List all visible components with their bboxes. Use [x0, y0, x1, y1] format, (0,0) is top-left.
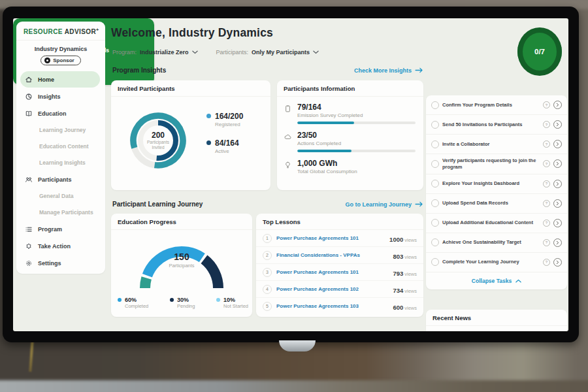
task-chevron-button[interactable] — [553, 258, 562, 267]
task-checkbox[interactable] — [431, 199, 439, 207]
task-chevron-button[interactable] — [553, 140, 562, 148]
task-row[interactable]: Confirm Your Program Details? — [426, 95, 567, 115]
sidebar-item-education-content[interactable]: Education Content — [20, 139, 100, 154]
donut-center: 200 Participants Invited — [119, 101, 197, 180]
lesson-views-suffix: views — [404, 271, 417, 277]
lesson-rank-badge: 3 — [263, 268, 272, 277]
help-icon[interactable]: ? — [543, 200, 550, 207]
task-chevron-button[interactable] — [553, 120, 562, 129]
top-lessons-card: Top Lessons 1Power Purchase Agreements 1… — [256, 214, 423, 317]
lesson-title-link[interactable]: Financial Considerations - VPPAs — [276, 252, 388, 258]
task-row[interactable]: Explore Your Insights Dashboard? — [426, 174, 567, 194]
task-row[interactable]: Achieve One Sustainability Target? — [426, 233, 567, 253]
sponsor-badge[interactable]: Sponsor — [41, 56, 80, 65]
sidebar-item-learning-insights[interactable]: Learning Insights — [20, 155, 100, 171]
lesson-views-suffix: views — [404, 237, 417, 243]
help-icon[interactable]: ? — [543, 259, 550, 266]
page-title: Welcome, Industry Dynamics — [111, 26, 273, 40]
program-value: Industrialize Zero — [140, 49, 189, 56]
collapse-tasks-link[interactable]: Collapse Tasks — [426, 272, 567, 288]
task-row[interactable]: Upload Additional Educational Content? — [426, 214, 567, 233]
task-checkbox[interactable] — [431, 121, 439, 129]
gauge-center-label: Participants — [111, 263, 252, 269]
help-icon[interactable]: ? — [543, 121, 550, 128]
desk-edge — [0, 380, 588, 392]
learning-journey-header: Participant Learning Journey Go to Learn… — [112, 201, 423, 208]
sidebar-item-program[interactable]: Program — [20, 221, 100, 237]
lesson-title-link[interactable]: Power Purchase Agreements 102 — [276, 286, 388, 292]
task-label: Achieve One Sustainability Target — [442, 239, 540, 246]
lesson-views: 734 — [393, 287, 403, 294]
gauge-center: 150 Participants — [111, 252, 252, 269]
task-row[interactable]: Invite a Collaborator? — [426, 135, 567, 154]
task-checkbox[interactable] — [431, 219, 439, 227]
go-to-learning-journey-link[interactable]: Go to Learning Journey — [345, 201, 423, 208]
lesson-views: 793 — [393, 270, 403, 277]
gauge-legend-item-pending: 30%Pending — [170, 297, 195, 309]
participants-dropdown[interactable]: Participants: Only My Participants — [216, 49, 319, 56]
task-chevron-button[interactable] — [553, 199, 562, 208]
task-label: Send 50 Invitations to Participants — [442, 122, 540, 128]
lesson-title-link[interactable]: Power Purchase Agreements 101 — [276, 235, 385, 241]
sidebar-item-learning-journey[interactable]: Learning Journey — [20, 122, 100, 138]
gauge-legend-item-not-started: 10%Not Started — [216, 297, 248, 309]
info-row: 23/50Actions Completed — [284, 131, 416, 152]
help-icon[interactable]: ? — [543, 220, 550, 227]
task-checkbox[interactable] — [431, 101, 439, 109]
help-icon[interactable]: ? — [543, 160, 550, 167]
task-checkbox[interactable] — [431, 160, 439, 168]
sidebar-item-label: Settings — [38, 260, 61, 267]
help-icon[interactable]: ? — [543, 239, 550, 246]
sidebar-item-participants[interactable]: Participants — [20, 171, 100, 188]
lesson-rank-badge: 1 — [263, 234, 272, 243]
task-chevron-button[interactable] — [553, 101, 562, 109]
task-row[interactable]: Send 50 Invitations to Participants? — [426, 115, 567, 135]
survey-icon — [284, 104, 292, 112]
program-insights-header: Program Insights Check More Insights — [112, 67, 423, 74]
invited-legend: 164/200Registered84/164Active — [206, 112, 243, 154]
task-row[interactable]: Upload Spend Data Records? — [426, 194, 567, 214]
lesson-title-link[interactable]: Power Purchase Agreements 103 — [276, 303, 388, 309]
task-label: Upload Spend Data Records — [442, 200, 540, 206]
lesson-title-link[interactable]: Power Purchase Agreements 101 — [276, 269, 388, 275]
task-chevron-button[interactable] — [553, 159, 562, 168]
sidebar-item-label: General Data — [39, 193, 73, 199]
task-chevron-button[interactable] — [553, 238, 562, 247]
help-icon[interactable]: ? — [543, 140, 550, 148]
task-label: Verify participants requesting to join t… — [442, 157, 540, 171]
task-chevron-button[interactable] — [553, 219, 562, 227]
help-icon[interactable]: ? — [543, 180, 550, 188]
sidebar-item-education[interactable]: Education — [20, 105, 100, 122]
sidebar-item-manage-participants[interactable]: Manage Participants — [20, 204, 100, 220]
task-checkbox[interactable] — [431, 140, 439, 148]
task-row[interactable]: Verify participants requesting to join t… — [426, 154, 567, 174]
legend-label: Not Started — [223, 303, 248, 309]
program-dropdown[interactable]: Program: Industrialize Zero — [112, 49, 198, 56]
task-checkbox[interactable] — [431, 258, 439, 266]
help-icon[interactable]: ? — [543, 101, 550, 108]
legend-percent: 10% — [223, 297, 248, 303]
sidebar-item-home[interactable]: Home — [20, 71, 100, 88]
program-insights-title: Program Insights — [112, 67, 166, 74]
actions-icon — [284, 132, 292, 140]
task-checkbox[interactable] — [431, 238, 439, 246]
education-card-title: Education Progress — [111, 214, 252, 230]
info-row: 1,000 GWhTotal Global Consumption — [284, 159, 416, 174]
info-value: 1,000 GWh — [297, 159, 416, 168]
monitor-stand — [279, 340, 316, 351]
task-row[interactable]: Complete Your Learning Journey? — [426, 253, 567, 272]
check-more-insights-link[interactable]: Check More Insights — [354, 67, 423, 74]
sidebar-item-take-action[interactable]: Take Action — [20, 238, 100, 254]
lesson-views-suffix: views — [404, 288, 417, 294]
task-chevron-button[interactable] — [553, 180, 562, 188]
legend-label: Active — [215, 148, 239, 154]
lesson-row: 2Financial Considerations - VPPAs803view… — [256, 247, 423, 264]
sidebar-item-general-data[interactable]: General Data — [20, 188, 100, 204]
task-checkbox[interactable] — [431, 180, 439, 188]
sidebar-item-insights[interactable]: Insights — [20, 88, 100, 105]
logo-advisor: ADVISOR — [65, 28, 96, 35]
sidebar-item-settings[interactable]: Settings — [20, 255, 100, 271]
sidebar-item-label: Manage Participants — [39, 209, 93, 216]
logo-plus: + — [96, 27, 99, 32]
task-rows: Confirm Your Program Details?Send 50 Inv… — [426, 95, 567, 272]
